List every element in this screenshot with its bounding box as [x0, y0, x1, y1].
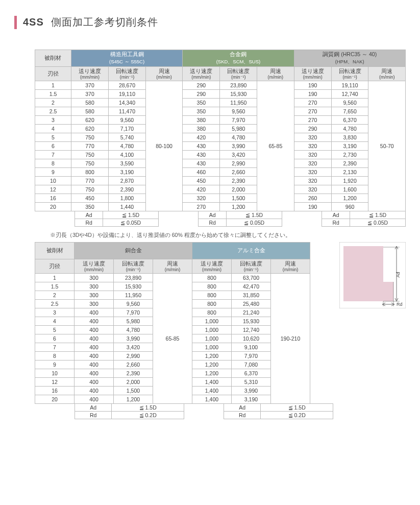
- cell-dia: 3: [35, 308, 75, 317]
- svg-rect-2: [383, 282, 393, 301]
- cell-feed: 1,400: [192, 378, 232, 387]
- rd-value: ≦ 0.05D: [350, 219, 406, 227]
- title-accent-bar: [14, 16, 17, 29]
- cell-feed: 300: [75, 291, 114, 300]
- cell-feed: 620: [71, 125, 108, 133]
- cell-feed: 1,200: [192, 369, 232, 378]
- material-group-header: 調質鋼 (HRC35 ～ 40)(HPM、NAK): [294, 50, 405, 67]
- cell-spin: 23,890: [114, 274, 153, 282]
- col-work-material: 被削材: [35, 243, 75, 259]
- cell-dia: 12: [35, 185, 71, 194]
- cell-dia: 10: [35, 369, 75, 378]
- cell-feed: 1,200: [192, 360, 232, 369]
- cell-spin: 1,200: [114, 395, 153, 404]
- cell-dia: 20: [35, 395, 75, 404]
- rd-label: Rd: [75, 412, 112, 419]
- cell-dia: 2.5: [35, 107, 71, 116]
- cell-spin: 14,340: [109, 99, 146, 107]
- page-title-row: 4SS 側面加工参考切削条件: [14, 15, 406, 29]
- cell-spin: 6,370: [331, 116, 368, 125]
- svg-text:Rd: Rd: [397, 302, 403, 307]
- cell-feed: 1,400: [192, 387, 232, 395]
- cell-spin: 23,890: [220, 81, 257, 90]
- table-row: 46207,1703805,9802904,780: [35, 125, 406, 133]
- cell-feed: 300: [75, 274, 114, 282]
- cell-dia: 8: [35, 159, 71, 168]
- cell-dia: 9: [35, 360, 75, 369]
- cell-spin: 28,670: [109, 81, 146, 90]
- cell-feed: 320: [294, 133, 331, 142]
- cell-spin: 4,780: [331, 125, 368, 133]
- cell-feed: 290: [183, 81, 220, 90]
- cell-dia: 12: [35, 378, 75, 387]
- cell-dia: 5: [35, 326, 75, 334]
- cell-feed: 350: [183, 107, 220, 116]
- cell-dia: 2.5: [35, 300, 75, 308]
- title-code: 4SS: [23, 16, 44, 28]
- cell-feed: 320: [183, 194, 220, 203]
- svg-text:Ad: Ad: [396, 272, 401, 277]
- cell-spin: 1,200: [331, 194, 368, 203]
- table-row: 67704,7804303,9903203,190: [35, 142, 406, 151]
- cell-feed: 1,200: [192, 352, 232, 360]
- material-group-header: 合金鋼(SKD、SCM、SUS): [183, 50, 294, 67]
- cell-feed: 300: [75, 300, 114, 308]
- cell-spin: 21,240: [232, 308, 271, 317]
- cell-spin: 2,990: [114, 352, 153, 360]
- cell-feed: 750: [71, 185, 108, 194]
- cell-spin: 960: [331, 203, 368, 211]
- table-row: 137028,67080-10029023,89065-8519019,1105…: [35, 81, 406, 90]
- cell-dia: 7: [35, 151, 71, 159]
- table-row: 130023,89065-8580063,700190-210: [35, 274, 310, 282]
- col-feed: 送り速度(mm/min): [294, 67, 331, 81]
- adjustment-note: ※刃長（3Dや4D）や設備により、送り推奨値の 60% 程度から始めて徐々に調整…: [50, 232, 406, 239]
- cell-dia: 6: [35, 334, 75, 343]
- table-row: 36209,5603807,9702706,370: [35, 116, 406, 125]
- ad-label: Ad: [199, 211, 227, 219]
- cell-spin: 2,990: [220, 159, 257, 168]
- cell-feed: 300: [75, 282, 114, 291]
- cell-dia: 9: [35, 168, 71, 177]
- cell-feed: 400: [75, 317, 114, 326]
- rd-value: ≦ 0.2D: [112, 412, 184, 419]
- cell-feed: 420: [183, 133, 220, 142]
- cell-spin: 5,740: [109, 133, 146, 142]
- cell-feed: 770: [71, 177, 108, 185]
- col-feed: 送り速度(mm/min): [71, 67, 108, 81]
- col-blade-dia: 刃径: [35, 67, 71, 81]
- cell-spin: 9,100: [232, 343, 271, 352]
- cell-feed: 800: [192, 300, 232, 308]
- cell-spin: 4,780: [114, 326, 153, 334]
- cell-spin: 2,730: [331, 151, 368, 159]
- cell-feed: 400: [75, 308, 114, 317]
- col-feed: 送り速度(mm/min): [183, 67, 220, 81]
- cell-dia: 16: [35, 387, 75, 395]
- cell-feed: 800: [71, 168, 108, 177]
- cell-spin: 1,500: [114, 387, 153, 395]
- cell-dia: 8: [35, 352, 75, 360]
- cell-spin: 6,370: [232, 369, 271, 378]
- table-row: 107702,8704502,3903201,920: [35, 177, 406, 185]
- cell-feed: 190: [294, 81, 331, 90]
- table-row: 164501,8003201,5002601,200: [35, 194, 406, 203]
- cell-feed: 270: [294, 99, 331, 107]
- cell-spin: 1,440: [109, 203, 146, 211]
- col-spin: 回転速度(min⁻¹): [232, 259, 271, 274]
- ad-rd-diagram: Ad Rd: [339, 242, 406, 419]
- cell-spin: 2,390: [109, 185, 146, 194]
- cell-feed: 420: [183, 185, 220, 194]
- cell-dia: 16: [35, 194, 71, 203]
- col-speed: 周速(m/min): [257, 67, 294, 81]
- col-speed: 周速(m/min): [145, 67, 182, 81]
- cell-feed: 270: [294, 116, 331, 125]
- ad-label: Ad: [75, 404, 112, 412]
- cell-spin: 5,980: [114, 317, 153, 326]
- cell-spin: 3,590: [109, 159, 146, 168]
- cell-feed: 380: [183, 116, 220, 125]
- cell-spin: 1,600: [331, 185, 368, 194]
- cell-dia: 3: [35, 116, 71, 125]
- cell-feed: 770: [71, 142, 108, 151]
- cell-feed: 1,000: [192, 317, 232, 326]
- cell-feed: 1,000: [192, 334, 232, 343]
- cell-feed: 430: [183, 159, 220, 168]
